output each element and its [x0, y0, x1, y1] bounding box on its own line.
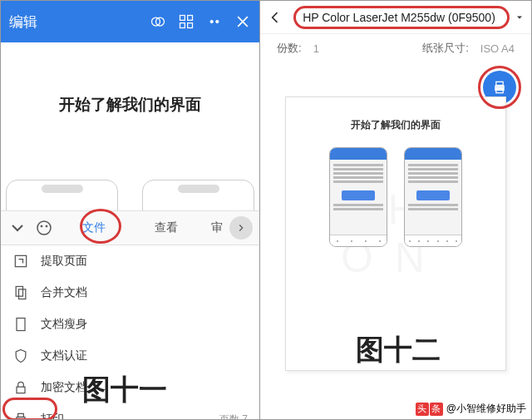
close-icon[interactable] — [234, 13, 251, 30]
preview-title: 开始了解我们的界面 — [351, 118, 441, 132]
page-count: 页数 7 — [219, 413, 248, 420]
svg-rect-12 — [16, 287, 22, 297]
merge-icon — [12, 284, 29, 301]
preview-phone — [329, 147, 387, 247]
svg-point-6 — [210, 20, 213, 22]
title-bar: 编辑 — [1, 1, 259, 42]
svg-rect-5 — [188, 23, 193, 28]
tab-more-icon[interactable] — [229, 216, 253, 240]
svg-rect-17 — [18, 413, 24, 417]
paper-value[interactable]: ISO A4 — [480, 42, 515, 55]
paper-label: 纸张尺寸: — [422, 41, 469, 56]
print-icon — [12, 411, 29, 419]
badge: 头 — [416, 403, 429, 416]
attribution: 头 条 @小智维修好助手 — [415, 402, 526, 416]
copies-label: 份数: — [277, 41, 302, 56]
face-icon[interactable] — [34, 218, 54, 238]
printer-name[interactable]: HP Color LaserJet M255dw (0F9500) — [283, 11, 515, 24]
svg-point-10 — [46, 225, 47, 227]
print-settings: 份数: 1 纸张尺寸: ISO A4 — [260, 34, 531, 62]
cert-icon — [12, 348, 29, 364]
title-text: 编辑 — [9, 12, 150, 32]
extract-icon — [12, 253, 29, 269]
print-icon — [491, 79, 508, 96]
menu-label: 加密文档 — [41, 380, 87, 395]
slim-icon — [12, 316, 29, 333]
two-dots-icon[interactable] — [206, 13, 223, 30]
titlebar-actions — [150, 13, 251, 30]
tab-review[interactable]: 审 — [206, 220, 223, 235]
svg-rect-15 — [17, 387, 25, 393]
svg-rect-3 — [188, 16, 193, 21]
copies-value[interactable]: 1 — [313, 42, 319, 55]
preview-phone — [404, 147, 462, 247]
svg-rect-2 — [180, 16, 185, 21]
back-icon[interactable] — [267, 9, 283, 26]
menu-item-cert[interactable]: 文档认证 — [1, 340, 259, 372]
hero: 开始了解我们的界面 — [1, 42, 259, 184]
figure-label: 图十一 — [82, 371, 167, 409]
svg-point-7 — [216, 20, 219, 22]
svg-rect-13 — [19, 289, 26, 299]
menu-item-extract[interactable]: 提取页面 — [1, 245, 259, 277]
chevron-down-icon[interactable] — [7, 218, 27, 238]
menu-label: 合并文档 — [41, 285, 87, 300]
menu-label: 文档瘦身 — [41, 317, 87, 332]
figure-label: 图十二 — [356, 331, 441, 369]
menu-label: 文档认证 — [41, 348, 87, 363]
menu-label: 打印 — [41, 412, 64, 419]
left-pane: 编辑 开始了解我们的界面 文件 查看 审 提取页面 合并文档 — [0, 0, 260, 420]
lock-icon — [12, 379, 29, 396]
dual-circle-icon[interactable] — [150, 13, 166, 30]
hero-title: 开始了解我们的界面 — [59, 94, 201, 116]
badge: 条 — [430, 403, 443, 416]
svg-rect-14 — [17, 319, 25, 331]
svg-point-9 — [41, 225, 42, 227]
tab-bar: 文件 查看 审 — [1, 210, 259, 245]
svg-rect-20 — [496, 82, 503, 85]
grid-icon[interactable] — [178, 13, 195, 30]
tab-view[interactable]: 查看 — [134, 220, 200, 235]
svg-rect-4 — [180, 23, 185, 28]
dropdown-icon[interactable] — [515, 12, 525, 22]
author: @小智维修好助手 — [446, 402, 526, 416]
menu-label: 提取页面 — [41, 254, 87, 269]
page-preview: Z H O N 开始了解我们的界面 — [285, 96, 506, 371]
menu-item-slim[interactable]: 文档瘦身 — [1, 309, 259, 340]
menu-item-merge[interactable]: 合并文档 — [1, 277, 259, 309]
svg-rect-11 — [15, 255, 26, 266]
print-header: HP Color LaserJet M255dw (0F9500) — [260, 1, 531, 34]
tab-file[interactable]: 文件 — [61, 220, 127, 235]
right-pane: HP Color LaserJet M255dw (0F9500) 份数: 1 … — [260, 0, 532, 420]
svg-point-8 — [37, 221, 51, 235]
